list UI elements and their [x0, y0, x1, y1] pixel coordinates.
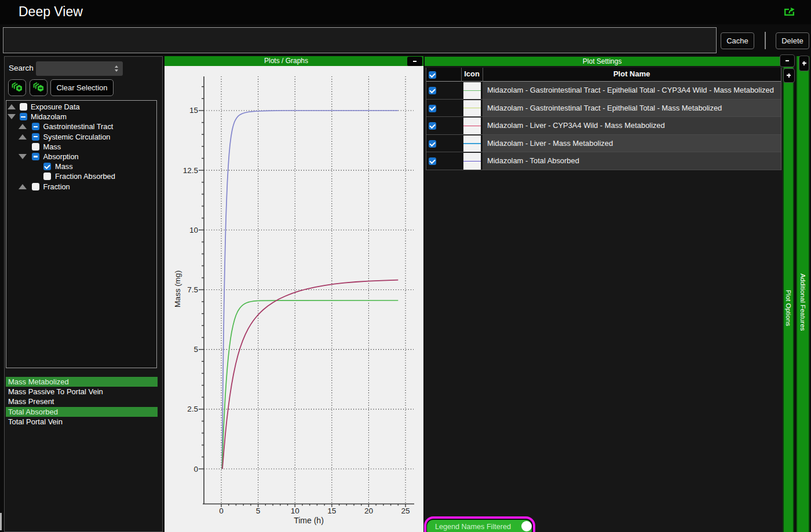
svg-text:25: 25 [401, 507, 410, 515]
svg-text:Time (h): Time (h) [294, 516, 324, 525]
svg-text:7.5: 7.5 [187, 285, 198, 294]
svg-text:5: 5 [193, 345, 198, 354]
svg-text:2.5: 2.5 [187, 405, 198, 413]
svg-text:15: 15 [327, 507, 336, 515]
svg-text:10: 10 [189, 226, 198, 234]
svg-text:20: 20 [364, 507, 373, 515]
svg-text:15: 15 [189, 106, 198, 115]
svg-text:0: 0 [219, 507, 224, 515]
svg-text:Mass (mg): Mass (mg) [173, 270, 182, 307]
svg-text:12.5: 12.5 [183, 166, 198, 175]
svg-text:5: 5 [256, 507, 261, 515]
svg-text:0: 0 [193, 465, 198, 474]
svg-text:10: 10 [291, 507, 299, 515]
